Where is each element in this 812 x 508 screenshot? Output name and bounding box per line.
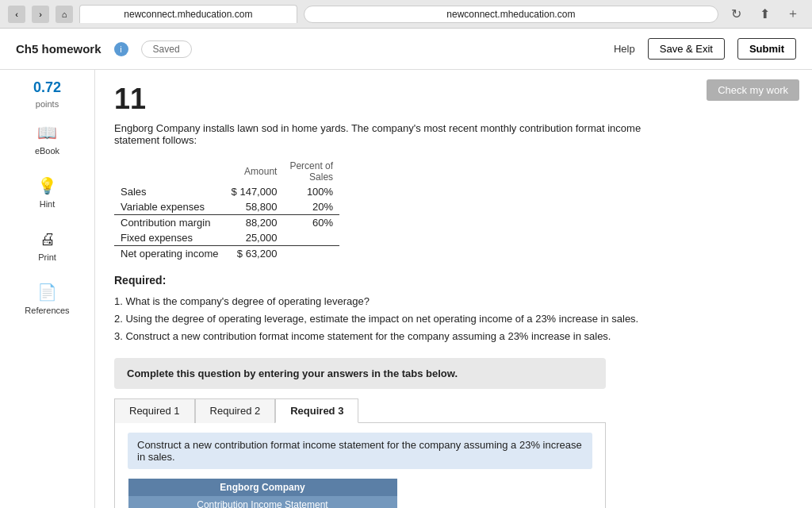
save-exit-button[interactable]: Save & Exit — [648, 38, 725, 60]
browser-chrome: ‹ › ⌂ newconnect.mheducation.com newconn… — [0, 0, 812, 29]
refresh-btn[interactable]: ↻ — [725, 3, 747, 25]
cis-subtitle-row: Contribution Income Statement — [128, 496, 397, 508]
saved-badge: Saved — [141, 40, 192, 58]
sidebar-label-hint: Hint — [40, 199, 56, 209]
tab-required-3[interactable]: Required 3 — [275, 398, 358, 423]
sidebar-item-references[interactable]: 📄 References — [17, 275, 77, 321]
question-text: Engborg Company installs lawn sod in hom… — [114, 122, 669, 146]
points-value: 0.72 — [33, 79, 61, 96]
tab-required-1[interactable]: Required 1 — [114, 398, 195, 423]
ebook-icon: 📖 — [36, 121, 58, 144]
table-row: Fixed expenses 25,000 — [114, 230, 339, 246]
cis-title-row: Engborg Company — [128, 479, 397, 496]
points-label: points — [36, 99, 59, 109]
hint-icon: 💡 — [36, 175, 59, 197]
required-item-2: 2. Using the degree of operating leverag… — [114, 310, 793, 328]
sidebar-item-hint[interactable]: 💡 Hint — [29, 168, 67, 215]
cis-table: Engborg Company Contribution Income Stat… — [128, 479, 397, 508]
new-tab-btn[interactable]: ＋ — [782, 3, 804, 25]
sidebar-label-print: Print — [38, 252, 56, 262]
complete-instruction: Complete this question by entering your … — [114, 358, 606, 389]
app-bar: Ch5 homework i Saved Help Save & Exit Su… — [0, 29, 812, 70]
col-amount-header: Amount — [225, 159, 284, 184]
tabs-row: Required 1 Required 2 Required 3 — [114, 398, 606, 423]
table-row: Sales $ 147,000 100% — [114, 184, 339, 199]
sidebar: 0.72 points 📖 eBook 💡 Hint 🖨 Print 📄 Ref… — [0, 70, 95, 508]
url-bar[interactable]: newconnect.mheducation.com — [304, 6, 718, 23]
browser-forward-btn[interactable]: › — [32, 6, 49, 23]
tab-content-required-3: Construct a new contribution format inco… — [114, 422, 606, 508]
contribution-income-statement: Engborg Company Contribution Income Stat… — [128, 479, 397, 508]
cis-company-name: Engborg Company — [128, 479, 397, 496]
required-label: Required: — [114, 274, 793, 287]
app-bar-right: Help Save & Exit Submit — [614, 38, 796, 60]
info-icon[interactable]: i — [114, 42, 128, 56]
content-area: Check my work 11 Engborg Company install… — [95, 70, 812, 508]
table-row: Variable expenses 58,800 20% — [114, 199, 339, 215]
check-my-work-button[interactable]: Check my work — [707, 79, 799, 101]
cis-statement-title: Contribution Income Statement — [128, 496, 397, 508]
submit-button[interactable]: Submit — [737, 38, 796, 60]
required-item-3: 3. Construct a new contribution format i… — [114, 328, 793, 345]
sidebar-item-ebook[interactable]: 📖 eBook — [27, 115, 67, 162]
col-label-header — [114, 159, 225, 184]
references-icon: 📄 — [36, 281, 58, 303]
question-number: 11 — [114, 83, 793, 116]
tab-instruction: Construct a new contribution format inco… — [128, 433, 592, 469]
tab-required-2[interactable]: Required 2 — [195, 398, 276, 423]
browser-home-btn[interactable]: ⌂ — [56, 6, 73, 23]
required-item-1: 1. What is the company's degree of opera… — [114, 293, 793, 310]
browser-tab: newconnect.mheducation.com — [79, 5, 297, 23]
sidebar-label-ebook: eBook — [35, 146, 59, 156]
print-icon: 🖨 — [36, 228, 59, 250]
app-title: Ch5 homework — [16, 42, 102, 56]
income-statement-table: Amount Percent ofSales Sales $ 147,000 1… — [114, 159, 339, 261]
points-section: 0.72 points — [33, 79, 61, 109]
sidebar-item-print[interactable]: 🖨 Print — [29, 221, 67, 268]
col-percent-header: Percent ofSales — [283, 159, 339, 184]
main-layout: 0.72 points 📖 eBook 💡 Hint 🖨 Print 📄 Ref… — [0, 70, 812, 508]
help-link[interactable]: Help — [614, 43, 635, 55]
table-row: Contribution margin 88,200 60% — [114, 215, 339, 231]
share-btn[interactable]: ⬆ — [753, 3, 776, 25]
required-items: 1. What is the company's degree of opera… — [114, 293, 793, 345]
browser-back-btn[interactable]: ‹ — [8, 6, 25, 23]
table-row: Net operating income $ 63,200 — [114, 246, 339, 262]
sidebar-label-references: References — [25, 306, 69, 315]
